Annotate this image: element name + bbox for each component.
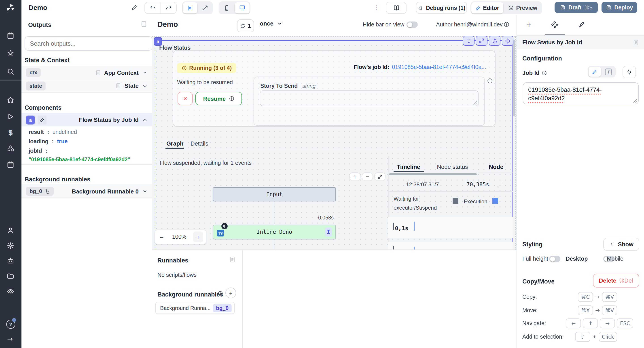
edit-component-icon[interactable] — [38, 115, 46, 124]
job-id-info-icon[interactable] — [542, 70, 547, 75]
settings-gear-icon[interactable] — [7, 242, 14, 249]
static-input-button[interactable] — [588, 67, 601, 77]
tab-preview[interactable]: Preview — [504, 2, 541, 14]
job-id-textarea[interactable]: 0191085e-5baa-81ef-4774- c9ef4f0a92d2 — [523, 82, 639, 104]
ctx-chevron-down-icon[interactable] — [142, 70, 148, 75]
schedules-icon[interactable] — [7, 161, 14, 168]
hide-bar-toggle[interactable] — [406, 22, 418, 28]
form-info-icon[interactable] — [487, 78, 493, 84]
flow-node-input[interactable]: Input — [213, 187, 336, 201]
styling-title: Styling — [522, 241, 542, 248]
search-outputs-input[interactable] — [24, 36, 152, 51]
graph-fullscreen-button[interactable] — [374, 172, 386, 181]
fn-badge: f — [605, 68, 612, 75]
favorites-star-icon[interactable] — [7, 49, 14, 57]
flow-node-inline-deno[interactable]: TS Inline Deno I — [213, 225, 336, 239]
tab-details[interactable]: Details — [190, 140, 208, 147]
styling-divider — [517, 269, 644, 269]
bug-icon — [418, 5, 423, 11]
state-row[interactable]: state State — [22, 79, 152, 93]
tab-editor[interactable]: Editor — [471, 2, 503, 14]
centered-layout-button[interactable] — [183, 2, 197, 14]
undo-button[interactable] — [145, 2, 161, 14]
job-id-resize-handle[interactable] — [633, 99, 637, 103]
apps-icon[interactable] — [7, 32, 14, 39]
background-runnable-row[interactable]: bg_0 Background Runnable 0 — [22, 185, 152, 198]
run-mode-dropdown[interactable]: once — [260, 20, 283, 27]
runs-icon[interactable] — [7, 113, 14, 120]
component-chevron-up-icon[interactable] — [142, 117, 148, 122]
component-row[interactable]: a Flow Status by Job Id — [22, 113, 152, 126]
fn-input-button[interactable]: f — [602, 67, 615, 77]
desktop-view-button[interactable] — [235, 2, 250, 14]
delete-component-button[interactable]: Delete ⌘Del — [593, 274, 639, 287]
debug-runs-button[interactable]: Debug runs (1) — [416, 2, 467, 14]
variables-icon[interactable]: $ — [7, 128, 14, 137]
zoom-in-button[interactable]: + — [193, 232, 203, 242]
canvas-scrollbar-thumb[interactable] — [513, 40, 515, 116]
add-background-runnable-button[interactable]: + — [226, 287, 236, 298]
refresh-count-button[interactable]: 1 — [237, 19, 254, 32]
audit-logs-icon[interactable] — [7, 287, 14, 295]
outputs-doc-icon[interactable] — [140, 21, 147, 27]
timeline-tab[interactable]: Timeline — [397, 163, 420, 170]
draft-button[interactable]: Draft ⌘S — [554, 2, 598, 13]
show-styling-button[interactable]: Show — [603, 238, 639, 251]
author-info-icon[interactable] — [504, 22, 510, 27]
running-status-text: Running (3 of 4) — [189, 65, 232, 71]
job-id-link[interactable]: 0191085e-5baa-81ef-4774-c9ef4f0a... — [392, 64, 486, 70]
resume-button[interactable]: Resume — [196, 92, 242, 105]
home-icon[interactable] — [7, 96, 14, 104]
state-chevron-down-icon[interactable] — [142, 83, 148, 88]
anchor-component-button[interactable] — [489, 36, 500, 46]
insert-component-tab[interactable]: + — [524, 21, 534, 30]
mobile-label: Mobile — [607, 256, 624, 262]
ctx-row[interactable]: ctx App Context — [22, 66, 152, 79]
windmill-logo[interactable] — [0, 0, 22, 15]
refresh-count: 1 — [248, 23, 251, 29]
full-height-toggle[interactable] — [549, 256, 560, 262]
deploy-button[interactable]: Deploy — [602, 2, 637, 13]
cancel-button[interactable] — [178, 92, 193, 105]
more-menu-icon[interactable]: ⋮ — [373, 4, 379, 11]
docs-button[interactable] — [386, 2, 406, 14]
graph-zoom-in-button[interactable]: + — [349, 172, 360, 181]
styling-tab[interactable] — [578, 21, 585, 28]
mobile-view-button[interactable] — [220, 2, 234, 14]
runnables-doc-icon[interactable] — [229, 256, 236, 263]
settings-doc-icon[interactable] — [633, 39, 639, 46]
full-width-layout-button[interactable] — [198, 2, 212, 14]
move-component-button[interactable] — [502, 36, 514, 46]
app-canvas[interactable]: a Flow Status Running (3 of 4) Flow's jo… — [152, 36, 516, 249]
tab-graph[interactable]: Graph — [166, 140, 184, 147]
workers-icon[interactable] — [7, 257, 14, 265]
component-settings-tab[interactable] — [551, 21, 558, 29]
resources-icon[interactable] — [7, 145, 15, 153]
component-selection-top-line — [155, 40, 512, 41]
windmill-app-editor: $ ? → Demo ⋮ Debug runs (1) — [0, 0, 644, 348]
component-id-badge: a — [26, 115, 35, 124]
zoom-out-button[interactable]: − — [158, 233, 166, 241]
background-runnable-item[interactable]: Background Runna... bg_0 — [155, 302, 235, 314]
component-tag-badge[interactable]: a — [154, 37, 162, 46]
node-tab[interactable]: Node — [489, 163, 503, 170]
textarea-resize-handle[interactable] — [473, 100, 477, 104]
story-textarea[interactable] — [260, 90, 478, 106]
search-icon[interactable] — [7, 68, 14, 75]
connect-input-button[interactable] — [622, 66, 636, 78]
debug-runs-label: Debug runs (1) — [426, 5, 465, 11]
expand-rail-icon[interactable]: → — [7, 335, 13, 343]
row1-start-bar — [393, 223, 394, 230]
rename-app-icon[interactable] — [132, 4, 138, 10]
redo-button[interactable] — [161, 2, 176, 14]
help-notification-dot — [12, 318, 16, 322]
users-icon[interactable] — [7, 227, 14, 234]
background-info-icon[interactable] — [217, 291, 223, 296]
fullscreen-component-button[interactable] — [476, 36, 488, 46]
bg-chevron-down-icon[interactable] — [142, 189, 148, 194]
timeline-tabs-scrollbar[interactable] — [389, 173, 477, 175]
expand-component-down-button[interactable] — [463, 36, 474, 46]
folders-icon[interactable] — [7, 272, 14, 280]
graph-zoom-out-button[interactable]: − — [362, 172, 373, 181]
node-status-tab[interactable]: Node status — [437, 163, 468, 170]
